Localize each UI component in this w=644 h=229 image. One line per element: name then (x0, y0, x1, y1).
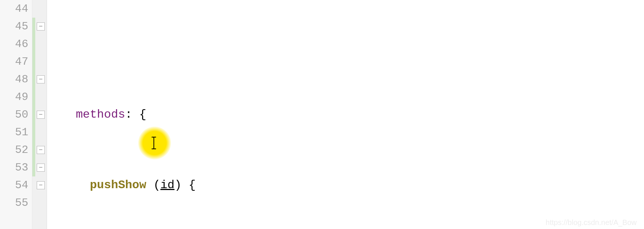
text: ( (146, 178, 160, 192)
line-number: 45 (0, 18, 28, 35)
fold-toggle-icon[interactable]: − (37, 146, 45, 154)
line-number: 48 (0, 71, 28, 88)
fold-toggle-icon[interactable]: − (37, 75, 45, 83)
line-number: 50 (0, 106, 28, 124)
line-number: 53 (0, 159, 28, 176)
line-number: 44 (0, 0, 28, 18)
text: ) { (174, 178, 196, 192)
line-number: 46 (0, 35, 28, 53)
text-caret-icon (153, 137, 154, 149)
fold-toggle-icon[interactable]: − (37, 111, 45, 119)
watermark: https://blog.csdn.net/A_Bow (546, 218, 637, 227)
line-number: 55 (0, 194, 28, 212)
fold-toggle-icon[interactable]: − (37, 181, 45, 189)
parameter: id (160, 178, 174, 192)
line-number: 51 (0, 124, 28, 141)
method-name: pushShow (90, 178, 146, 192)
change-marker (32, 18, 35, 176)
code-line-45[interactable]: methods: { (62, 106, 644, 124)
line-number: 49 (0, 88, 28, 106)
cursor-highlight-icon (138, 126, 171, 160)
line-number-gutter: 44 45 46 47 48 49 50 51 52 53 54 55 (0, 0, 32, 229)
code-line-46[interactable]: pushShow (id) { (62, 176, 644, 194)
text: : { (125, 108, 146, 121)
fold-toggle-icon[interactable]: − (37, 22, 45, 31)
code-editor[interactable]: 44 45 46 47 48 49 50 51 52 53 54 55 − − … (0, 0, 644, 229)
fold-gutter: − − − − − − (32, 0, 47, 229)
line-number: 47 (0, 53, 28, 71)
line-number: 54 (0, 176, 28, 194)
fold-toggle-icon[interactable]: − (37, 164, 45, 172)
property-key: methods (76, 108, 125, 121)
line-number: 52 (0, 141, 28, 159)
code-line-44[interactable] (62, 35, 644, 53)
code-area[interactable]: methods: { pushShow (id) { this.$router.… (47, 0, 644, 229)
